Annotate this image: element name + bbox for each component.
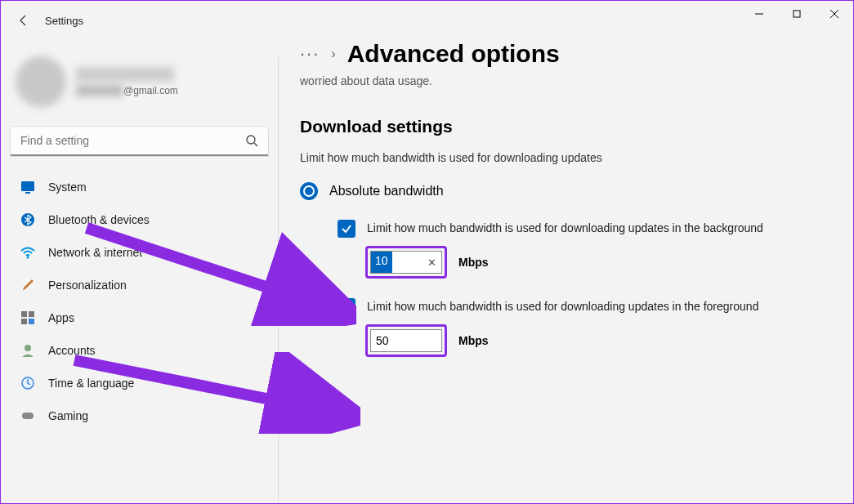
user-email: @gmail.com xyxy=(76,85,178,97)
background-limit-checkbox-row: Limit how much bandwidth is used for dow… xyxy=(338,220,832,238)
paintbrush-icon xyxy=(20,278,35,292)
sidebar-item-time[interactable]: Time & language xyxy=(9,367,270,399)
clear-input-icon[interactable]: ✕ xyxy=(427,256,436,269)
unit-label: Mbps xyxy=(458,334,489,347)
absolute-bandwidth-radio-row[interactable]: Absolute bandwidth xyxy=(300,182,832,200)
search-input[interactable] xyxy=(11,127,268,156)
radio-label: Absolute bandwidth xyxy=(329,184,444,198)
apps-icon xyxy=(20,310,35,325)
unit-label: Mbps xyxy=(458,256,489,269)
svg-point-2 xyxy=(247,136,255,144)
checkbox-checked-icon[interactable] xyxy=(338,220,355,238)
svg-rect-11 xyxy=(29,319,34,324)
svg-point-7 xyxy=(27,256,29,259)
foreground-bandwidth-input[interactable] xyxy=(370,329,442,352)
nav-list: System Bluetooth & devices Network & int… xyxy=(9,171,270,432)
system-icon xyxy=(20,180,35,194)
sidebar-item-system[interactable]: System xyxy=(9,171,270,203)
person-icon xyxy=(20,343,35,358)
nav-label: Bluetooth & devices xyxy=(48,213,150,226)
sidebar-item-accounts[interactable]: Accounts xyxy=(9,334,270,367)
window-title: Settings xyxy=(45,15,83,27)
svg-rect-8 xyxy=(21,311,27,317)
svg-rect-5 xyxy=(25,192,30,194)
breadcrumb-more-icon[interactable]: ··· xyxy=(300,43,320,65)
maximize-button[interactable] xyxy=(778,1,816,27)
wifi-icon xyxy=(20,245,35,260)
chevron-right-icon: › xyxy=(331,47,335,61)
svg-rect-10 xyxy=(21,319,27,324)
close-button[interactable] xyxy=(816,1,853,27)
minimize-button[interactable] xyxy=(740,1,778,27)
back-button[interactable] xyxy=(7,4,40,37)
background-limit-label: Limit how much bandwidth is used for dow… xyxy=(367,220,763,238)
nav-label: Accounts xyxy=(48,344,96,357)
nav-label: Apps xyxy=(48,311,74,324)
svg-rect-9 xyxy=(29,311,34,317)
section-title: Download settings xyxy=(300,117,832,136)
svg-rect-14 xyxy=(22,413,34,419)
clipped-description: worried about data usage. xyxy=(300,74,832,87)
sidebar-item-gaming[interactable]: Gaming xyxy=(9,399,270,432)
clock-globe-icon xyxy=(20,376,35,390)
sidebar: @gmail.com System Bluetooth & devices Ne… xyxy=(1,56,279,503)
svg-rect-4 xyxy=(21,181,34,191)
bluetooth-icon xyxy=(20,212,35,227)
nav-label: Gaming xyxy=(48,409,88,422)
checkbox-checked-icon[interactable] xyxy=(338,298,355,316)
user-info: @gmail.com xyxy=(76,67,178,97)
gamepad-icon xyxy=(20,408,35,423)
breadcrumb: ··· › Advanced options xyxy=(300,40,832,68)
sidebar-item-personalization[interactable]: Personalization xyxy=(9,269,270,301)
sidebar-item-apps[interactable]: Apps xyxy=(9,301,270,334)
avatar xyxy=(16,56,66,107)
page-title: Advanced options xyxy=(347,40,560,68)
user-block[interactable]: @gmail.com xyxy=(9,56,270,122)
foreground-limit-checkbox-row: Limit how much bandwidth is used for dow… xyxy=(338,298,832,316)
nav-label: Network & internet xyxy=(48,246,142,259)
section-subtitle: Limit how much bandwidth is used for dow… xyxy=(300,151,832,164)
nav-label: Personalization xyxy=(48,279,127,292)
svg-point-12 xyxy=(25,345,31,351)
sidebar-item-network[interactable]: Network & internet xyxy=(9,236,270,269)
foreground-limit-input-row: Mbps xyxy=(365,324,832,357)
radio-selected-icon[interactable] xyxy=(300,182,318,200)
svg-line-3 xyxy=(254,143,257,146)
nav-label: Time & language xyxy=(48,377,134,390)
sidebar-item-bluetooth[interactable]: Bluetooth & devices xyxy=(9,203,270,236)
svg-rect-1 xyxy=(794,11,800,17)
title-bar: Settings xyxy=(1,1,853,40)
foreground-limit-label: Limit how much bandwidth is used for dow… xyxy=(367,298,758,316)
background-limit-input-row: 10 ✕ Mbps xyxy=(365,246,832,279)
nav-label: System xyxy=(48,181,87,194)
content-area: ··· › Advanced options worried about dat… xyxy=(279,40,853,503)
window-controls xyxy=(740,1,853,27)
search-icon xyxy=(245,134,258,147)
user-name-redacted xyxy=(76,67,174,82)
search-wrap xyxy=(11,127,268,156)
